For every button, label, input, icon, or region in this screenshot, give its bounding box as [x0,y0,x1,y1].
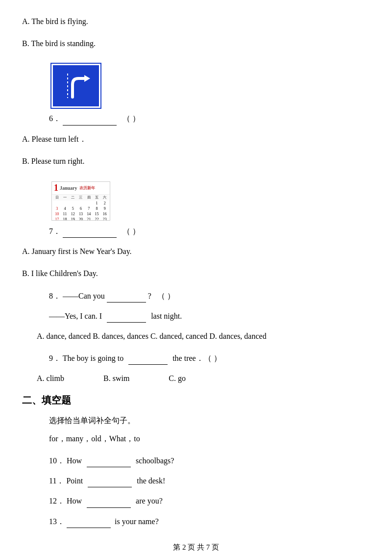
option-a-turn-left: A. Please turn left． [22,132,370,146]
option-a-bird-flying: A. The bird is flying. [22,15,370,28]
fill-words: for，many，old，What，to [49,432,370,445]
option-b-turn-right: B. Please turn right. [22,154,370,168]
section-2-title: 二、填空题 [22,394,370,407]
question-9-line: 9． The boy is going to the tree．（ ） [49,352,370,365]
question-6-line: 6． （ ） [49,112,370,125]
question-9-options: A. climb B. swim C. go [37,372,370,386]
calendar-image: 1 January 农历新年 日 一 二 三 四 五 六 12 3456789 … [51,181,110,221]
svg-marker-1 [84,75,90,82]
question-10-line: 10． How schoolbags? [49,454,370,467]
option-a-jan-new-year: A. January first is New Year's Day. [22,245,370,258]
question-8-options: A. dance, danced B. dances, dances C. da… [37,329,370,344]
option-b-children-day: B. I like Children's Day. [22,267,370,280]
question-8-answer-line: ——Yes, I can. I last night. [49,309,370,323]
option-b-bird-standing: B. The bird is standing. [22,37,370,50]
question-7-line: 7． （ ） [49,225,370,238]
page-footer: 第 2 页 共 7 页 [22,543,370,552]
question-13-line: 13． is your name? [49,515,370,528]
fill-intro: 选择恰当单词补全句子。 [49,414,370,427]
question-11-line: 11． Point the desk! [49,474,370,487]
traffic-sign-image [51,64,100,108]
question-12-line: 12． How are you? [49,494,370,507]
question-8-line: 8． ——Can you ? （ ） [49,289,370,303]
